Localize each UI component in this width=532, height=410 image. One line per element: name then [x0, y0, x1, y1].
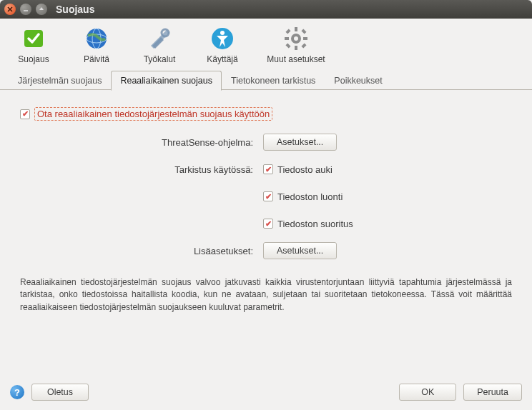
svg-rect-11	[303, 37, 307, 40]
check-icon: ✔	[263, 191, 273, 201]
enable-realtime-checkbox[interactable]: ✔ Ota reaaliaikainen tiedostojärjestelmä…	[20, 107, 512, 121]
svg-rect-9	[295, 46, 297, 50]
tab-realtime-protection[interactable]: Reaaliaikainen suojaus	[111, 71, 222, 91]
svg-rect-8	[295, 27, 297, 31]
svg-point-6	[220, 31, 225, 35]
toolbar-item-tools[interactable]: Työkalut	[134, 26, 184, 64]
check-icon: ✔	[263, 219, 273, 229]
settings-panel: ✔ Ota reaaliaikainen tiedostojärjestelmä…	[0, 90, 532, 321]
threatsense-settings-button[interactable]: Asetukset...	[263, 134, 337, 151]
scan-option-label: Tiedoston suoritus	[277, 219, 353, 229]
window-maximize-button[interactable]	[36, 4, 47, 15]
dialog-footer: ? Oletus OK Peruuta	[0, 374, 532, 410]
defaults-button[interactable]: Oletus	[31, 384, 89, 401]
scan-triggers-label: Tarkistus käytössä:	[20, 164, 263, 175]
scan-option-label: Tiedoston luonti	[277, 191, 343, 202]
scan-file-create-checkbox[interactable]: ✔ Tiedoston luonti	[263, 191, 343, 202]
cancel-button[interactable]: Peruuta	[463, 384, 522, 401]
svg-rect-10	[285, 37, 289, 40]
svg-rect-15	[285, 43, 290, 48]
tab-exceptions[interactable]: Poikkeukset	[325, 71, 391, 90]
gear-icon	[283, 26, 309, 51]
panel-description: Reaaliaikainen tiedostojärjestelmän suoj…	[20, 276, 512, 314]
toolbar-label: Muut asetukset	[267, 54, 325, 64]
titlebar: Suojaus	[0, 0, 532, 19]
svg-rect-14	[301, 29, 306, 34]
window-minimize-button[interactable]	[20, 4, 31, 15]
globe-icon	[84, 26, 109, 51]
scan-file-open-checkbox[interactable]: ✔ Tiedosto auki	[263, 164, 332, 175]
svg-rect-13	[301, 43, 306, 48]
svg-rect-12	[285, 29, 290, 34]
check-icon: ✔	[20, 109, 30, 119]
tab-system-protection[interactable]: Järjestelmän suojaus	[9, 71, 111, 90]
advanced-label: Lisäasetukset:	[20, 246, 263, 256]
tab-bar: Järjestelmän suojaus Reaaliaikainen suoj…	[0, 69, 532, 90]
window-close-button[interactable]	[4, 4, 16, 15]
svg-point-16	[294, 36, 298, 41]
toolbar-item-protection[interactable]: Suojaus	[9, 26, 59, 64]
toolbar-label: Suojaus	[18, 54, 49, 64]
main-toolbar: Suojaus Päivitä Työkalut Käyttäjä Muut a…	[0, 19, 532, 69]
tab-computer-scan[interactable]: Tietokoneen tarkistus	[222, 71, 325, 90]
scan-option-label: Tiedosto auki	[277, 164, 332, 175]
advanced-settings-button[interactable]: Asetukset...	[263, 242, 337, 259]
ok-button[interactable]: OK	[399, 384, 456, 401]
enable-realtime-label: Ota reaaliaikainen tiedostojärjestelmän …	[34, 107, 272, 121]
toolbar-label: Päivitä	[84, 54, 109, 64]
toolbar-label: Käyttäjä	[207, 54, 237, 64]
toolbar-label: Työkalut	[144, 54, 176, 64]
shield-check-icon	[21, 26, 46, 51]
threatsense-label: ThreatSense-ohjelma:	[20, 137, 263, 148]
window-title: Suojaus	[56, 4, 94, 15]
help-icon[interactable]: ?	[10, 385, 24, 399]
accessibility-icon	[210, 26, 235, 51]
check-icon: ✔	[263, 164, 273, 174]
tools-icon	[147, 26, 172, 51]
toolbar-item-other-settings[interactable]: Muut asetukset	[260, 26, 332, 64]
toolbar-item-update[interactable]: Päivitä	[72, 26, 122, 64]
toolbar-item-user[interactable]: Käyttäjä	[197, 26, 247, 64]
scan-file-execute-checkbox[interactable]: ✔ Tiedoston suoritus	[263, 219, 353, 229]
